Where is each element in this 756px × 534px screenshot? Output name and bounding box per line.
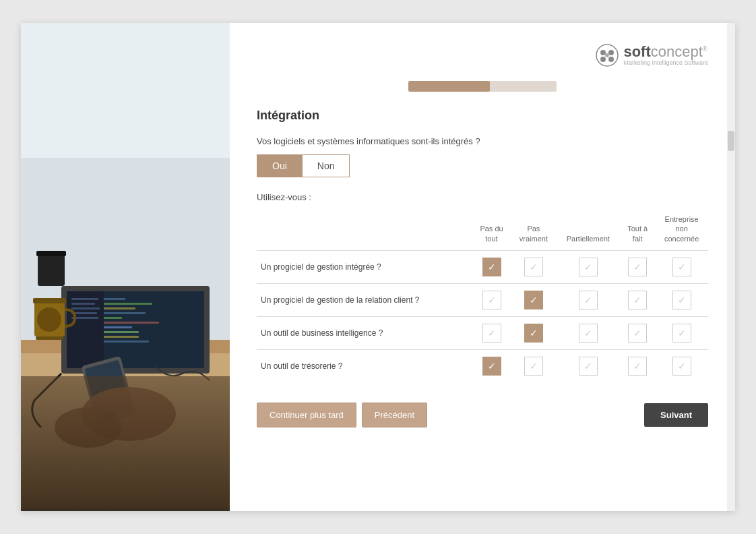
col-header-label (257, 212, 472, 250)
table-row: Un progiciel de gestion de la relation c… (257, 283, 708, 316)
left-image-panel (21, 23, 230, 511)
table-header-row: Pas dutout Pasvraiment Partiellement Tou… (257, 212, 708, 250)
row-cell: ✓ (620, 349, 655, 382)
svg-rect-18 (71, 303, 95, 305)
row-label: Un progiciel de gestion intégrée ? (257, 250, 472, 283)
svg-point-31 (55, 407, 122, 448)
question-1-text: Vos logiciels et systèmes informatiques … (257, 136, 708, 146)
svg-rect-17 (71, 298, 98, 300)
check-box-3-4[interactable]: ✓ (672, 357, 691, 376)
footer-left: Continuer plus tard Précédent (257, 403, 427, 427)
previous-button[interactable]: Précédent (362, 403, 427, 427)
check-box-2-4[interactable]: ✓ (672, 324, 691, 343)
row-cell: ✓ (511, 283, 556, 316)
oui-non-group: Oui Non (257, 154, 708, 177)
row-cell: ✓ (655, 316, 708, 349)
logo-trademark: ® (703, 45, 707, 53)
row-cell: ✓ (655, 349, 708, 382)
table-body: Un progiciel de gestion intégrée ?✓✓✓✓✓U… (257, 250, 708, 382)
check-box-0-1[interactable]: ✓ (524, 258, 543, 276)
row-cell: ✓ (511, 349, 556, 382)
oui-button[interactable]: Oui (257, 154, 302, 177)
row-cell: ✓ (511, 250, 556, 283)
progress-bar-inner (408, 81, 490, 92)
scene-svg (21, 23, 230, 508)
check-box-0-4[interactable]: ✓ (672, 258, 691, 276)
logo-soft: soft (623, 43, 650, 60)
row-label: Un outil de business intelligence ? (257, 316, 472, 349)
check-box-1-0[interactable]: ✓ (482, 291, 501, 309)
row-cell: ✓ (557, 316, 621, 349)
check-box-3-1[interactable]: ✓ (524, 357, 543, 376)
svg-point-36 (608, 57, 614, 62)
check-box-1-3[interactable]: ✓ (628, 291, 647, 309)
scene-decoration (21, 23, 230, 511)
check-box-2-3[interactable]: ✓ (628, 324, 647, 343)
row-cell: ✓ (620, 250, 655, 283)
row-cell: ✓ (557, 349, 621, 382)
check-box-1-4[interactable]: ✓ (672, 291, 691, 309)
svg-point-35 (600, 57, 606, 62)
svg-point-30 (82, 387, 176, 441)
row-cell: ✓ (557, 283, 621, 316)
svg-point-33 (600, 50, 606, 55)
row-cell: ✓ (472, 283, 511, 316)
check-box-3-0[interactable]: ✓ (482, 357, 501, 376)
row-cell: ✓ (511, 316, 556, 349)
check-box-0-2[interactable]: ✓ (579, 258, 598, 276)
row-cell: ✓ (655, 283, 708, 316)
check-box-2-2[interactable]: ✓ (579, 324, 598, 343)
check-box-3-3[interactable]: ✓ (628, 357, 647, 376)
col-header-non-concernee: Entreprisenonconcernée (655, 212, 708, 250)
usage-table: Pas dutout Pasvraiment Partiellement Tou… (257, 212, 708, 382)
utilisez-label: Utilisez-vous : (257, 192, 708, 202)
logo-text-group: softconcept® Marketing Intelligence Soft… (623, 44, 708, 66)
svg-rect-26 (38, 252, 65, 286)
logo-area: softconcept® Marketing Intelligence Soft… (257, 43, 708, 67)
logo: softconcept® Marketing Intelligence Soft… (595, 43, 708, 67)
row-cell: ✓ (472, 250, 511, 283)
check-box-2-1[interactable]: ✓ (524, 324, 543, 343)
row-cell: ✓ (620, 316, 655, 349)
logo-subtitle: Marketing Intelligence Software (623, 59, 708, 66)
col-header-pas-du-tout: Pas dutout (472, 212, 511, 250)
scrollbar-track (727, 23, 735, 511)
row-cell: ✓ (620, 283, 655, 316)
row-cell: ✓ (557, 250, 621, 283)
table-wrapper: Pas dutout Pasvraiment Partiellement Tou… (257, 212, 708, 382)
svg-point-25 (37, 307, 61, 332)
col-header-tout-a-fait: Tout àfait (620, 212, 655, 250)
right-panel: softconcept® Marketing Intelligence Soft… (230, 23, 735, 511)
row-cell: ✓ (655, 250, 708, 283)
svg-rect-19 (71, 307, 100, 309)
footer-buttons: Continuer plus tard Précédent Suivant (257, 396, 708, 427)
svg-rect-24 (36, 336, 63, 340)
next-button[interactable]: Suivant (644, 403, 708, 427)
check-box-1-2[interactable]: ✓ (579, 291, 598, 309)
scrollbar-thumb[interactable] (728, 131, 734, 151)
question-1-block: Vos logiciels et systèmes informatiques … (257, 136, 708, 177)
row-label: Un progiciel de gestion de la relation c… (257, 283, 472, 316)
check-box-2-0[interactable]: ✓ (482, 324, 501, 343)
svg-point-34 (608, 50, 614, 55)
logo-concept: concept (651, 43, 703, 60)
main-container: softconcept® Marketing Intelligence Soft… (21, 23, 735, 511)
svg-rect-1 (21, 23, 230, 158)
table-row: Un outil de business intelligence ?✓✓✓✓✓ (257, 316, 708, 349)
softconcept-logo-icon (595, 43, 619, 67)
check-box-0-0[interactable]: ✓ (482, 258, 501, 276)
table-row: Un outil de trésorerie ?✓✓✓✓✓ (257, 349, 708, 382)
col-header-pas-vraiment: Pasvraiment (511, 212, 556, 250)
svg-point-37 (605, 53, 609, 57)
progress-bar-outer (408, 81, 557, 92)
row-cell: ✓ (472, 349, 511, 382)
check-box-1-1[interactable]: ✓ (524, 291, 543, 309)
check-box-0-3[interactable]: ✓ (628, 258, 647, 276)
progress-bar-container (257, 81, 708, 92)
svg-rect-27 (36, 251, 66, 256)
continue-later-button[interactable]: Continuer plus tard (257, 403, 356, 427)
non-button[interactable]: Non (302, 154, 350, 177)
check-box-3-2[interactable]: ✓ (579, 357, 598, 376)
col-header-partiellement: Partiellement (557, 212, 621, 250)
row-label: Un outil de trésorerie ? (257, 349, 472, 382)
